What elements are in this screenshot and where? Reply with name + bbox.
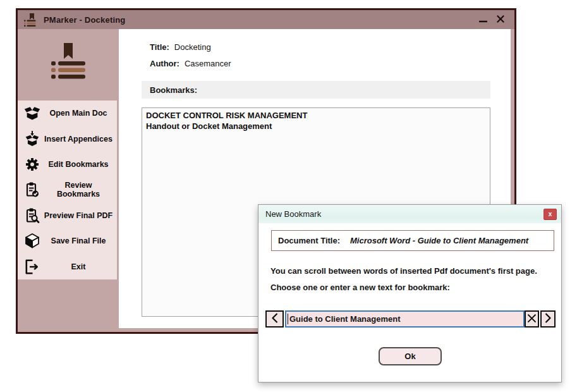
minimize-icon: [479, 15, 487, 25]
dialog-titlebar[interactable]: New Bookmark x: [258, 205, 561, 223]
sidebar-item-label: Review Bookmarks: [42, 181, 117, 199]
chevron-left-icon: [270, 312, 279, 326]
gear-icon: [22, 156, 42, 173]
cube-icon: [22, 233, 42, 249]
author-label: Author:: [150, 59, 179, 68]
sidebar-item-label: Insert Appendices: [42, 135, 117, 144]
bookmark-list-logo-icon: [51, 43, 85, 83]
window-titlebar[interactable]: PMarker - Docketing: [18, 10, 514, 29]
sidebar-nav-panel: Open Main Doc Insert App: [18, 101, 117, 279]
new-bookmark-dialog: New Bookmark x Document Title: Microsoft…: [258, 204, 562, 383]
bookmark-word-nav: [265, 310, 556, 328]
minimize-button[interactable]: [474, 11, 492, 28]
sidebar-logo: [18, 43, 119, 83]
title-value: Docketing: [174, 42, 211, 52]
clipboard-magnifier-icon: [22, 207, 42, 224]
clipboard-check-icon: [22, 181, 42, 198]
open-box-icon: [22, 105, 42, 121]
author-line: Author:Casemancer: [150, 59, 231, 68]
sidebar-item-label: Edit Bookmarks: [42, 160, 117, 169]
bookmarks-label: Bookmarks:: [150, 85, 197, 95]
sidebar-item-edit-bookmarks[interactable]: Edit Bookmarks: [18, 152, 117, 177]
window-title: PMarker - Docketing: [44, 15, 126, 25]
document-title-box: Document Title: Microsoft Word - Guide t…: [271, 230, 554, 251]
dialog-close-button[interactable]: x: [544, 209, 557, 220]
next-word-button[interactable]: [540, 310, 556, 328]
author-value: Casemancer: [185, 59, 231, 68]
bookmark-text-input[interactable]: [288, 312, 523, 326]
bookmark-text-field-frame: [285, 310, 525, 328]
sidebar-item-preview-final-pdf[interactable]: Preview Final PDF: [18, 203, 117, 228]
ok-button[interactable]: Ok: [379, 347, 442, 365]
clear-text-button[interactable]: [525, 310, 539, 328]
bookmark-list-item[interactable]: DOCKET CONTROL RISK MANAGEMENT: [146, 111, 486, 121]
close-button[interactable]: [492, 11, 509, 28]
sidebar-item-label: Open Main Doc: [42, 109, 117, 118]
scroll-hint-text: You can scroll between words of inserted…: [270, 266, 537, 276]
title-label: Title:: [150, 42, 169, 52]
bookmark-list-item[interactable]: Handout or Docket Management: [146, 121, 486, 132]
sidebar-item-label: Preview Final PDF: [42, 211, 117, 220]
x-icon: [527, 314, 537, 325]
choose-hint-text: Choose one or enter a new text for bookm…: [270, 283, 450, 292]
desktop: PMarker - Docketing: [0, 0, 577, 392]
dialog-title: New Bookmark: [265, 209, 321, 219]
sidebar: Open Main Doc Insert App: [18, 29, 119, 332]
document-title-value: Microsoft Word - Guide to Client Managem…: [350, 236, 528, 245]
sidebar-item-open-main-doc[interactable]: Open Main Doc: [18, 101, 117, 126]
bookmarks-header: Bookmarks:: [142, 81, 490, 99]
sidebar-item-save-final-file[interactable]: Save Final File: [18, 228, 117, 254]
app-logo-icon: [23, 13, 37, 27]
document-title-label: Document Title:: [278, 236, 340, 245]
title-line: Title:Docketing: [150, 42, 211, 52]
sidebar-item-exit[interactable]: Exit: [18, 254, 117, 279]
box-insert-arrow-icon: [22, 131, 42, 147]
sidebar-item-label: Save Final File: [42, 236, 117, 245]
chevron-right-icon: [544, 312, 552, 326]
previous-word-button[interactable]: [265, 310, 284, 328]
sidebar-item-insert-appendices[interactable]: Insert Appendices: [18, 126, 117, 151]
sidebar-item-label: Exit: [42, 262, 117, 271]
close-icon: [497, 15, 504, 25]
exit-door-icon: [22, 259, 42, 275]
sidebar-item-review-bookmarks[interactable]: Review Bookmarks: [18, 177, 117, 202]
